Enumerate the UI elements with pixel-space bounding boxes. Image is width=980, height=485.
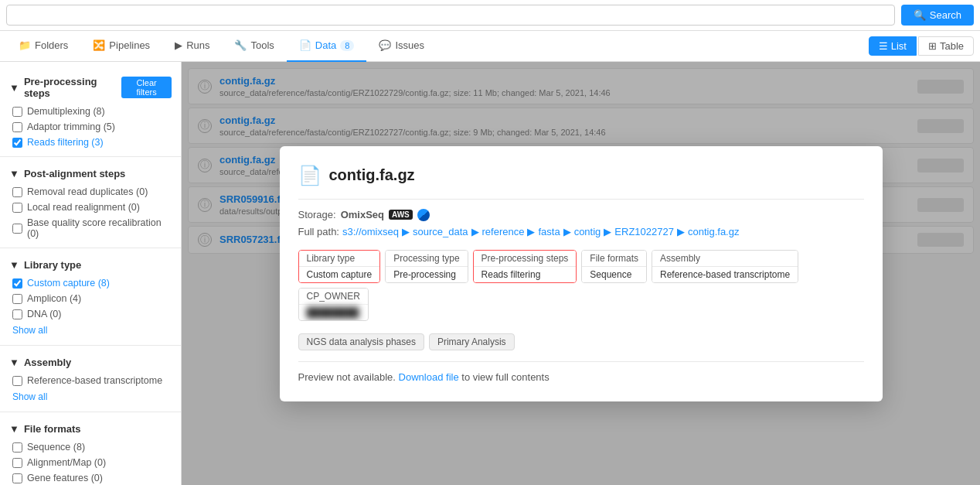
sidebar-section-preprocessing: ▼ Pre-processing steps Clear filters Dem… (0, 68, 181, 153)
sidebar-section-postalignment: ▼ Post-alignment steps Removal read dupl… (0, 160, 181, 244)
path-part-2[interactable]: source_data (413, 226, 468, 237)
tag-group-assembly: Assembly Reference-based transcriptome (652, 250, 798, 283)
path-part-1[interactable]: s3://omixseq (342, 226, 399, 237)
list-view-button[interactable]: ☰ List (869, 36, 917, 56)
search-button[interactable]: 🔍 Search (901, 5, 974, 26)
alignmentmap-checkbox[interactable] (12, 458, 22, 468)
base-quality-checkbox[interactable] (12, 224, 22, 234)
list-item: Removal read duplicates (0) (9, 184, 172, 200)
tab-issues[interactable]: 💬 Issues (366, 31, 437, 62)
tag-value: Pre-processing (386, 267, 467, 282)
file-detail-modal: 📄 contig.fa.gz Storage: OmixSeq AWS Full… (280, 146, 883, 401)
tag-value: Reference-based transcriptome (652, 267, 798, 282)
extra-tag-primary: Primary Analysis (429, 333, 515, 350)
local-realignment-checkbox[interactable] (12, 203, 22, 213)
divider (0, 248, 181, 248)
postalignment-header[interactable]: ▼ Post-alignment steps (9, 163, 172, 184)
removal-dup-checkbox[interactable] (12, 187, 22, 197)
data-badge: 8 (340, 40, 354, 51)
pipeline-icon: 🔀 (93, 39, 105, 51)
tag-group-preprocessingsteps: Pre-processing steps Reads filtering (473, 250, 577, 283)
modal-overlay[interactable]: 📄 contig.fa.gz Storage: OmixSeq AWS Full… (182, 62, 980, 485)
tag-header: Library type (299, 251, 380, 267)
tag-group-cpowner: CP_OWNER ████████ (298, 288, 369, 321)
global-search-input[interactable] (6, 5, 895, 26)
list-item: Sequence (8) (9, 439, 172, 455)
clear-filters-button[interactable]: Clear filters (121, 77, 172, 98)
divider (0, 156, 181, 157)
modal-title: 📄 contig.fa.gz (298, 165, 864, 186)
tag-group-processingtype: Processing type Pre-processing (385, 250, 468, 283)
custom-capture-checkbox[interactable] (12, 278, 22, 289)
path-part-7[interactable]: contig.fa.gz (688, 226, 740, 237)
storage-suffix-badge: AWS (389, 210, 413, 220)
tab-runs[interactable]: ▶ Runs (162, 31, 222, 62)
reads-filtering-checkbox[interactable] (12, 138, 22, 148)
tab-data[interactable]: 📄 Data 8 (287, 31, 367, 62)
data-icon: 📄 (299, 39, 311, 51)
tag-group-fileformats: File formats Sequence (581, 250, 647, 283)
chevron-down-icon: ▼ (9, 259, 19, 271)
fileformats-header[interactable]: ▼ File formats (9, 418, 172, 439)
path-part-6[interactable]: ERZ1022727 (614, 226, 674, 237)
modal-divider-bottom (298, 361, 864, 362)
tab-folders[interactable]: 📁 Folders (6, 31, 80, 62)
assembly-header[interactable]: ▼ Assembly (9, 352, 172, 373)
modal-filename: contig.fa.gz (329, 166, 415, 184)
adaptor-trimming-checkbox[interactable] (12, 122, 22, 132)
list-item: DNA (0) (9, 306, 172, 322)
path-part-4[interactable]: fasta (538, 226, 560, 237)
list-item: Custom capture (8) (9, 275, 172, 291)
librarytype-show-all-button[interactable]: Show all (9, 322, 50, 339)
assembly-show-all-button[interactable]: Show all (9, 388, 50, 405)
chevron-down-icon: ▼ (9, 423, 19, 435)
path-part-5[interactable]: contig (574, 226, 601, 237)
modal-storage: Storage: OmixSeq AWS (298, 209, 864, 221)
tag-group-librarytype: Library type Custom capture (298, 250, 381, 283)
preview-note: Preview not available. Download file to … (298, 371, 864, 383)
tag-header: Processing type (386, 251, 467, 267)
sequence-checkbox[interactable] (12, 442, 22, 453)
sidebar-section-librarytype: ▼ Library type Custom capture (8) Amplic… (0, 251, 181, 342)
tools-icon: 🔧 (234, 39, 247, 51)
file-icon: 📄 (298, 165, 322, 186)
main-layout: ▼ Pre-processing steps Clear filters Dem… (0, 62, 980, 485)
download-link[interactable]: Download file (399, 371, 459, 383)
list-item: Reference-based transcriptome (9, 373, 172, 388)
top-bar: 🔍 Search (0, 0, 980, 31)
extra-tags: NGS data analysis phases Primary Analysi… (298, 333, 864, 350)
list-icon: ☰ (879, 40, 888, 52)
demultiplexing-checkbox[interactable] (12, 107, 22, 117)
amplicon-checkbox[interactable] (12, 294, 22, 304)
divider (0, 345, 181, 346)
path-part-3[interactable]: reference (482, 226, 525, 237)
librarytype-header[interactable]: ▼ Library type (9, 254, 172, 275)
dna-checkbox[interactable] (12, 309, 22, 319)
tab-tools[interactable]: 🔧 Tools (222, 31, 286, 62)
table-view-button[interactable]: ⊞ Table (918, 36, 974, 56)
modal-divider (298, 199, 864, 200)
chevron-down-icon: ▼ (9, 357, 19, 368)
search-label: Search (930, 9, 961, 21)
divider (0, 412, 181, 412)
list-item: Amplicon (4) (9, 291, 172, 306)
storage-icon (417, 209, 430, 221)
issues-icon: 💬 (379, 39, 391, 51)
tags-container: Library type Custom capture Processing t… (298, 250, 864, 321)
chevron-down-icon: ▼ (9, 82, 19, 94)
table-icon: ⊞ (928, 40, 937, 52)
view-toggle: ☰ List ⊞ Table (869, 36, 974, 56)
list-item: Reads filtering (3) (9, 135, 172, 150)
ref-transcriptome-checkbox[interactable] (12, 376, 22, 386)
list-item: Alignment/Map (0) (9, 455, 172, 470)
genefeatures-checkbox[interactable] (12, 473, 22, 483)
tab-pipelines[interactable]: 🔀 Pipelines (80, 31, 162, 62)
sidebar-section-fileformats: ▼ File formats Sequence (8) Alignment/Ma… (0, 415, 181, 485)
list-item: Gene features (0) (9, 470, 172, 485)
preprocessing-header[interactable]: ▼ Pre-processing steps Clear filters (9, 71, 172, 104)
list-item: Base quality score recalibration (0) (9, 215, 172, 241)
tag-value: Custom capture (299, 267, 380, 282)
chevron-down-icon: ▼ (9, 168, 19, 179)
sidebar: ▼ Pre-processing steps Clear filters Dem… (0, 62, 182, 485)
tag-value: Reads filtering (474, 267, 577, 282)
